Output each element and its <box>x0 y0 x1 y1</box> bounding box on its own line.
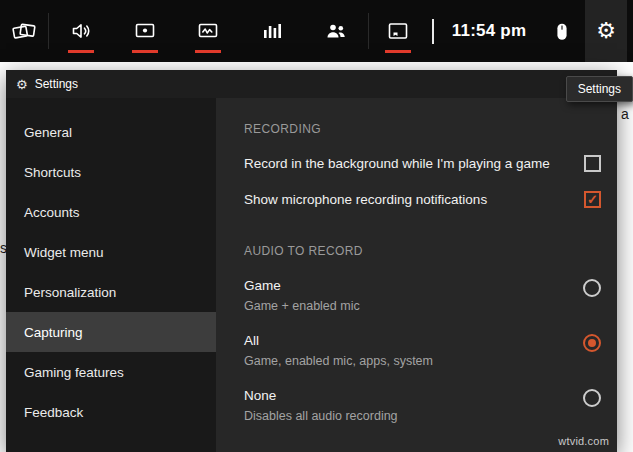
audio-game-radio[interactable] <box>583 279 601 297</box>
sidebar-item-feedback[interactable]: Feedback <box>6 392 216 432</box>
settings-gear-button[interactable] <box>585 0 627 62</box>
recording-section-header: RECORDING <box>244 122 601 136</box>
sidebar-item-accounts[interactable]: Accounts <box>6 192 216 232</box>
sidebar-item-gaming-features[interactable]: Gaming features <box>6 352 216 392</box>
option-label: None <box>244 388 398 403</box>
audio-option-game: Game Game + enabled mic <box>244 278 601 313</box>
settings-gear-icon <box>596 20 616 42</box>
capture-widget-button[interactable] <box>113 0 177 62</box>
background-text-fragment-right: a <box>621 106 629 122</box>
setting-label: Show microphone recording notifications <box>244 192 487 207</box>
audio-option-none: None Disables all audio recording <box>244 388 601 423</box>
speaker-audio-icon <box>69 19 93 43</box>
mouse-icon <box>551 19 573 44</box>
social-people-icon <box>324 19 348 43</box>
sidebar-item-capturing[interactable]: Capturing <box>6 312 216 352</box>
sidebar-item-general[interactable]: General <box>6 112 216 152</box>
performance-widget-button[interactable] <box>177 0 241 62</box>
option-description: Disables all audio recording <box>244 409 398 423</box>
sidebar-item-personalization[interactable]: Personalization <box>6 272 216 312</box>
settings-sidebar: General Shortcuts Accounts Widget menu P… <box>6 98 216 452</box>
record-background-checkbox[interactable] <box>584 155 601 172</box>
audio-section-header: AUDIO TO RECORD <box>244 244 601 258</box>
gallery-widget-button[interactable] <box>369 0 427 62</box>
gallery-icon <box>386 19 410 43</box>
widgets-menu-button[interactable] <box>0 0 48 62</box>
settings-window-title: Settings <box>35 77 78 91</box>
active-indicator <box>68 50 94 53</box>
watermark: wtvid.com <box>558 435 609 447</box>
option-text: None Disables all audio recording <box>244 388 398 423</box>
setting-label: Record in the background while I'm playi… <box>244 156 550 171</box>
settings-body: General Shortcuts Accounts Widget menu P… <box>6 98 617 452</box>
active-indicator <box>195 50 221 53</box>
audio-option-all: All Game, enabled mic, apps, system <box>244 333 601 368</box>
settings-title-gear-icon <box>16 78 28 91</box>
resources-widget-button[interactable] <box>240 0 304 62</box>
social-widget-button[interactable] <box>304 0 368 62</box>
settings-content: RECORDING Record in the background while… <box>216 98 617 452</box>
clock: 11:54 pm <box>439 0 539 62</box>
audio-none-radio[interactable] <box>583 389 601 407</box>
option-label: Game <box>244 278 360 293</box>
setting-row-mic-notifications: Show microphone recording notifications <box>244 191 601 208</box>
widgets-menu-icon <box>11 18 37 44</box>
audio-all-radio[interactable] <box>583 334 601 352</box>
active-indicator <box>132 50 158 53</box>
sidebar-item-widget-menu[interactable]: Widget menu <box>6 232 216 272</box>
settings-titlebar: Settings <box>6 70 617 98</box>
resources-bar-chart-icon <box>260 19 284 43</box>
option-description: Game, enabled mic, apps, system <box>244 354 433 368</box>
option-text: Game Game + enabled mic <box>244 278 360 313</box>
setting-row-record-background: Record in the background while I'm playi… <box>244 155 601 172</box>
settings-window: Settings General Shortcuts Accounts Widg… <box>6 70 617 452</box>
toolbar-separator-pipe <box>432 19 434 44</box>
settings-tooltip: Settings <box>566 76 633 102</box>
mouse-passthrough-button[interactable] <box>539 0 585 62</box>
active-indicator <box>385 50 411 53</box>
sidebar-item-shortcuts[interactable]: Shortcuts <box>6 152 216 192</box>
option-description: Game + enabled mic <box>244 299 360 313</box>
audio-widget-button[interactable] <box>49 0 113 62</box>
screen: s a <box>0 0 633 452</box>
performance-monitor-icon <box>196 19 220 43</box>
capture-monitor-icon <box>133 19 157 43</box>
mic-notifications-checkbox[interactable] <box>584 191 601 208</box>
game-bar: 11:54 pm <box>0 0 633 62</box>
option-text: All Game, enabled mic, apps, system <box>244 333 433 368</box>
option-label: All <box>244 333 433 348</box>
